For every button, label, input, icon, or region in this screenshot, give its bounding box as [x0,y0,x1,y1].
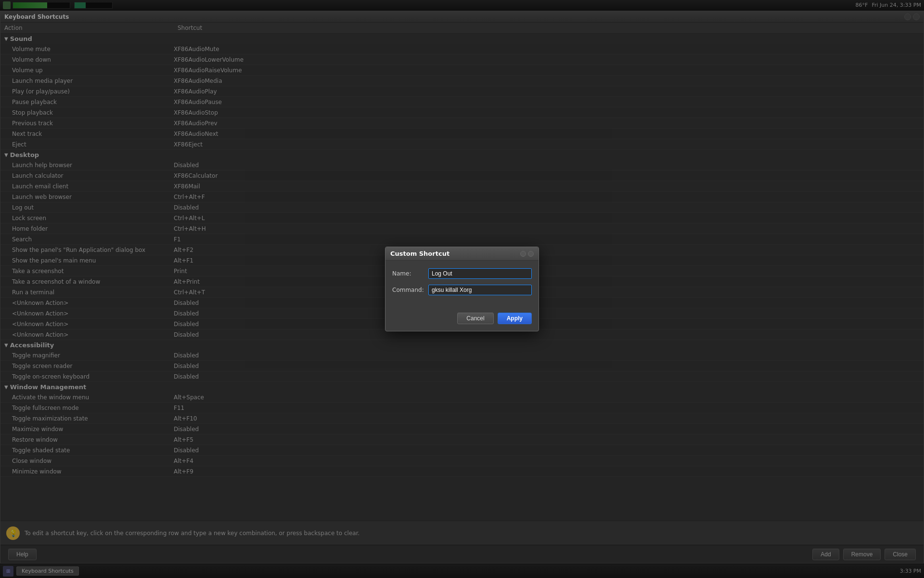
cancel-button[interactable]: Cancel [457,313,493,324]
apply-button[interactable]: Apply [498,313,532,324]
modal-minimize-btn[interactable] [520,251,526,257]
custom-shortcut-dialog: Custom Shortcut Name: Command: Cancel Ap… [385,247,539,331]
modal-footer: Cancel Apply [385,309,539,331]
command-input[interactable] [428,285,532,295]
command-field-row: Command: [392,285,532,295]
modal-body: Name: Command: [385,261,539,309]
modal-titlebar: Custom Shortcut [385,247,539,261]
modal-title: Custom Shortcut [390,250,520,257]
command-label: Command: [392,287,428,293]
name-field-row: Name: [392,268,532,279]
name-input[interactable] [428,268,532,279]
name-label: Name: [392,270,428,277]
modal-overlay: Custom Shortcut Name: Command: Cancel Ap… [0,0,924,578]
modal-window-controls [520,251,534,257]
modal-close-btn[interactable] [528,251,534,257]
